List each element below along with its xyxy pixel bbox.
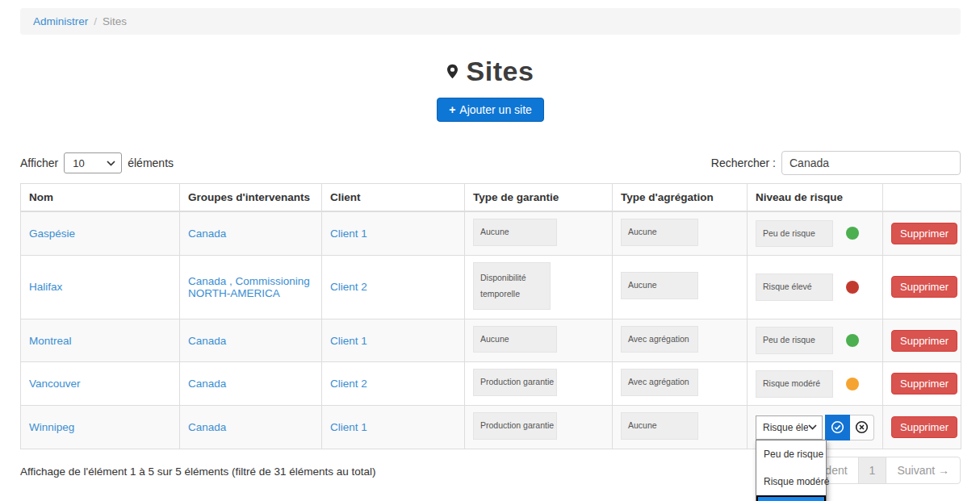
group-link[interactable]: Canada (188, 228, 226, 240)
dropdown-option-risque-eleve[interactable]: Risque élevé (756, 495, 826, 501)
confirm-risk-button[interactable] (825, 415, 850, 440)
table-row: Gaspésie Canada Client 1 Aucune Aucune P… (21, 211, 961, 255)
site-link[interactable]: Vancouver (29, 378, 81, 390)
guarantee-value: Production garantie (473, 412, 557, 440)
risk-dropdown-panel: Peu de risque Risque modéré Risque élevé (756, 440, 827, 501)
page: Administrer/Sites Sites +Ajouter un site… (0, 0, 980, 484)
risk-dot (846, 227, 859, 240)
header-groupes[interactable]: Groupes d'intervenants (180, 184, 322, 212)
client-link[interactable]: Client 1 (330, 228, 367, 240)
breadcrumb-link-administrer[interactable]: Administrer (33, 15, 88, 27)
group-link[interactable]: Canada , Commissioning NORTH-AMERICA (188, 275, 310, 299)
breadcrumb: Administrer/Sites (20, 8, 961, 35)
add-site-button[interactable]: +Ajouter un site (437, 98, 544, 122)
breadcrumb-current: Sites (103, 15, 127, 27)
risk-value: Risque élevé (756, 273, 833, 301)
header-client[interactable]: Client (322, 184, 465, 212)
client-link[interactable]: Client 1 (330, 421, 367, 433)
site-link[interactable]: Montreal (29, 335, 72, 347)
group-link[interactable]: Canada (188, 335, 226, 347)
risk-dot (846, 378, 859, 390)
client-link[interactable]: Client 1 (330, 335, 367, 347)
guarantee-value: Production garantie (473, 369, 557, 396)
chevron-down-icon (808, 424, 817, 430)
risk-value: Peu de risque (756, 327, 833, 354)
site-link[interactable]: Winnipeg (29, 421, 74, 433)
delete-button[interactable]: Supprimer (891, 276, 957, 298)
table-row: Montreal Canada Client 1 Aucune Avec agr… (21, 319, 961, 362)
table-header-row: Nom Groupes d'intervenants Client Type d… (21, 184, 961, 212)
guarantee-value: Aucune (473, 326, 557, 353)
aggregation-value: Avec agrégation (621, 326, 698, 353)
check-circle-icon (831, 420, 844, 434)
aggregation-value: Aucune (621, 412, 698, 440)
length-prefix-label: Afficher (20, 157, 58, 169)
delete-button[interactable]: Supprimer (891, 416, 957, 438)
table-row: Winnipeg Canada Client 1 Production gara… (21, 406, 961, 449)
pagination-page-1[interactable]: 1 (858, 457, 887, 483)
group-link[interactable]: Canada (188, 421, 226, 433)
header-niveau-risque[interactable]: Niveau de risque (748, 184, 883, 212)
site-link[interactable]: Halifax (29, 281, 62, 293)
dropdown-option-peu-de-risque[interactable]: Peu de risque (756, 440, 826, 468)
table-row: Halifax Canada , Commissioning NORTH-AME… (21, 255, 961, 319)
delete-button[interactable]: Supprimer (891, 330, 957, 352)
chevron-down-icon (107, 161, 115, 166)
guarantee-value: Aucune (473, 219, 557, 246)
plus-icon: + (449, 103, 455, 116)
sites-table: Nom Groupes d'intervenants Client Type d… (20, 183, 961, 449)
table-info: Affichage de l'élément 1 à 5 sur 5 éléme… (20, 466, 376, 478)
pagination-next[interactable]: Suivant → (886, 457, 960, 483)
table-controls: Afficher 10 éléments Rechercher : (20, 151, 961, 175)
site-link[interactable]: Gaspésie (29, 228, 75, 240)
risk-dot (846, 334, 859, 347)
header-actions (883, 184, 961, 212)
page-length-group: Afficher 10 éléments (20, 152, 174, 173)
risk-dot (846, 281, 859, 294)
risk-value: Risque modéré (756, 370, 833, 398)
aggregation-value: Avec agrégation (621, 369, 698, 396)
risk-editor: Risque élevé Peu de risque Risque modéré (756, 415, 874, 440)
title-row: Sites (20, 56, 961, 87)
dropdown-option-risque-modere[interactable]: Risque modéré (756, 468, 826, 495)
breadcrumb-separator: / (94, 15, 97, 27)
search-input[interactable] (781, 151, 961, 175)
delete-button[interactable]: Supprimer (891, 373, 957, 395)
client-link[interactable]: Client 2 (330, 281, 367, 293)
delete-button[interactable]: Supprimer (891, 223, 957, 244)
length-suffix-label: éléments (128, 157, 174, 169)
risk-select-value: Risque élevé (763, 422, 808, 433)
search-group: Rechercher : (711, 151, 961, 175)
aggregation-value: Aucune (621, 219, 698, 246)
length-value: 10 (73, 157, 84, 169)
header-type-garantie[interactable]: Type de garantie (465, 184, 613, 212)
header-type-agregation[interactable]: Type d'agrégation (613, 184, 748, 212)
risk-select[interactable]: Risque élevé (756, 415, 823, 440)
page-title: Sites (467, 56, 534, 87)
table-row: Vancouver Canada Client 2 Production gar… (21, 362, 961, 406)
add-row: +Ajouter un site (20, 98, 961, 122)
map-pin-icon (447, 64, 458, 79)
page-length-select[interactable]: 10 (64, 152, 122, 173)
x-circle-icon (855, 420, 869, 434)
guarantee-value: Disponibilité temporelle (473, 262, 551, 310)
search-label: Rechercher : (711, 157, 776, 169)
client-link[interactable]: Client 2 (330, 378, 367, 390)
risk-value: Peu de risque (756, 220, 833, 248)
group-link[interactable]: Canada (188, 378, 226, 390)
cancel-risk-button[interactable] (850, 415, 874, 440)
aggregation-value: Aucune (621, 272, 698, 299)
header-nom[interactable]: Nom (21, 184, 180, 212)
